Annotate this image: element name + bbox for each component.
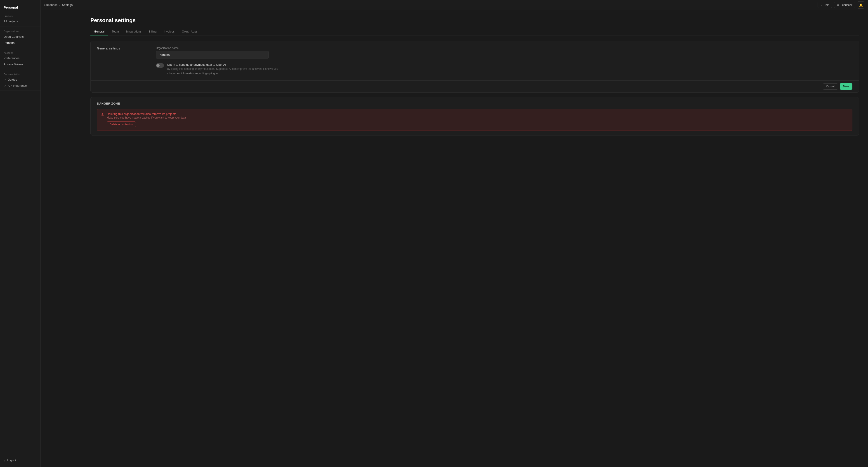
sidebar-section-projects: Projects [0,13,40,18]
tab-team[interactable]: Team [108,28,123,35]
tab-billing[interactable]: Billing [145,28,160,35]
org-name-input[interactable] [156,51,269,59]
sidebar-item-label: Open Catalysts [4,35,24,38]
topbar: Supabase / Settings ? Help ✉ Feedback 🔔 [41,0,868,10]
tab-general[interactable]: General [90,28,108,35]
card-footer: Cancel Save [91,80,859,92]
sidebar-item-label: All projects [4,20,18,23]
sidebar-section-organizations: Organizations [0,28,40,34]
bell-icon: 🔔 [859,3,863,7]
breadcrumb-separator: / [59,3,60,6]
chevron-right-icon: › [167,72,168,75]
sidebar-item-all-projects[interactable]: All projects [0,18,40,24]
feedback-button[interactable]: ✉ Feedback [834,2,855,8]
sidebar-item-access-tokens[interactable]: Access Tokens [0,61,40,67]
sidebar-item-guides[interactable]: ↗ Guides [0,76,40,82]
danger-alert-body: Deleting this organization will also rem… [107,112,186,127]
openai-toggle[interactable] [156,63,164,68]
help-button[interactable]: ? Help [817,2,832,8]
toggle-link[interactable]: › Important information regarding opting… [167,72,278,75]
external-link-icon: ↗ [4,78,6,81]
toggle-row: Opt-in to sending anonymous data to Open… [156,63,852,75]
sidebar-item-open-catalysts[interactable]: Open Catalysts [0,34,40,40]
toggle-desc: By opting into sending anonymous data, S… [167,67,278,70]
tab-integrations[interactable]: Integrations [123,28,145,35]
section-title: General settings [97,46,147,50]
save-button[interactable]: Save [840,83,852,90]
feedback-icon: ✉ [837,3,839,6]
general-settings-card: General settings Organization name Opt-i… [90,41,859,93]
sidebar: Personal Projects All projects Organizat… [0,0,41,467]
sidebar-section-account: Account [0,50,40,55]
warning-icon: ⚠ [101,112,104,117]
org-name-label: Organization name [156,46,852,50]
sidebar-item-personal[interactable]: Personal [0,40,40,46]
sidebar-item-label: Personal [4,41,15,44]
page-title: Personal settings [90,17,859,24]
sidebar-section-documentation: Documentation [0,71,40,76]
toggle-text: Opt-in to sending anonymous data to Open… [167,63,278,75]
cancel-button[interactable]: Cancel [823,83,838,90]
danger-alert-title: Deleting this organization will also rem… [107,112,186,115]
breadcrumb-supabase[interactable]: Supabase [44,3,58,6]
sidebar-item-logout[interactable]: ⎋ Logout [0,457,40,463]
main-content: Personal settings General Team Integrati… [81,10,868,467]
card-right: Organization name Opt-in to sending anon… [156,46,852,75]
feedback-label: Feedback [840,3,852,6]
sidebar-item-label: Access Tokens [4,63,23,66]
card-left: General settings [97,46,147,75]
logout-icon: ⎋ [4,459,5,462]
sidebar-item-preferences[interactable]: Preferences [0,55,40,61]
sidebar-item-label: Preferences [4,57,20,60]
notifications-button[interactable]: 🔔 [857,1,864,8]
help-icon: ? [820,3,822,6]
sidebar-logo: Personal [0,4,40,13]
external-link-icon: ↗ [4,84,6,88]
danger-alert-desc: Make sure you have made a backup if you … [107,116,186,119]
sidebar-item-label: Guides [8,78,17,81]
card-body: General settings Organization name Opt-i… [91,41,859,80]
tab-invoices[interactable]: Invoices [160,28,178,35]
sidebar-item-label: API Reference [8,84,27,88]
danger-alert: ⚠ Deleting this organization will also r… [97,109,852,131]
delete-org-button[interactable]: Delete organization [107,122,136,127]
topbar-actions: ? Help ✉ Feedback 🔔 [817,1,864,8]
settings-tabs: General Team Integrations Billing Invoic… [90,28,859,35]
breadcrumb-settings: Settings [62,3,72,6]
sidebar-item-label: Logout [7,459,16,462]
sidebar-item-api-reference[interactable]: ↗ API Reference [0,82,40,89]
help-label: Help [824,3,829,6]
danger-zone-card: DANGER ZONE ⚠ Deleting this organization… [90,97,859,135]
toggle-title: Opt-in to sending anonymous data to Open… [167,63,278,66]
tab-oauth-apps[interactable]: OAuth Apps [178,28,201,35]
danger-zone-title: DANGER ZONE [97,102,852,105]
